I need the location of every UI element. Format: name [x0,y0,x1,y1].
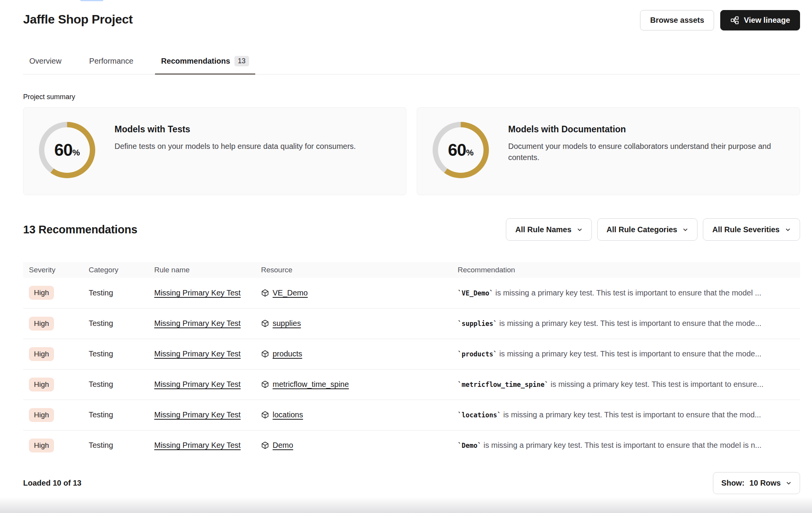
category-cell: Testing [89,410,113,419]
resource-link[interactable]: Demo [273,441,293,450]
rule-name-link[interactable]: Missing Primary Key Test [154,349,241,358]
recommendation-text: is missing a primary key test. This test… [501,410,761,419]
page-title: Jaffle Shop Project [23,12,133,27]
rule-name-link[interactable]: Missing Primary Key Test [154,289,241,297]
tests-card-title: Models with Tests [115,124,356,135]
rule-categories-filter-dropdown[interactable]: All Rule Categories [597,218,697,241]
header-actions: Browse assets View lineage [640,10,800,30]
category-cell: Testing [89,319,113,327]
severity-badge: High [29,439,54,452]
model-cube-icon [261,380,269,388]
docs-card-title: Models with Documentation [508,124,784,135]
recommendations-header: 13 Recommendations All Rule Names All Ru… [23,218,800,241]
model-cube-icon [261,350,269,358]
table-row: HighTestingMissing Primary Key Testmetri… [23,369,800,400]
lineage-icon [730,16,739,25]
models-with-documentation-card: 60% Models with Documentation Document y… [417,107,800,195]
tests-donut-chart: 60% [39,122,95,178]
severity-badge: High [29,408,54,422]
column-header-recommendation: Recommendation [452,262,800,278]
tab-performance-label: Performance [89,57,133,66]
severity-badge: High [29,347,54,361]
recommendation-text: is missing a primary key test. This test… [493,289,761,297]
recommendation-text: is missing a primary key test. This test… [548,380,763,388]
recommendation-code: `metricflow_time_spine` [458,381,548,388]
show-rows-label: Show: [721,479,745,488]
summary-cards: 60% Models with Tests Define tests on yo… [23,107,800,195]
tab-recommendations-label: Recommendations [161,57,230,66]
category-cell: Testing [89,441,113,449]
column-header-category: Category [83,262,148,278]
page-header: Jaffle Shop Project Browse assets View [23,0,800,30]
models-with-tests-card: 60% Models with Tests Define tests on yo… [23,107,406,195]
tab-overview-label: Overview [29,57,61,66]
rule-name-link[interactable]: Missing Primary Key Test [154,441,241,449]
rule-name-link[interactable]: Missing Primary Key Test [154,380,241,388]
tests-percent-value: 60 [54,140,72,160]
category-cell: Testing [89,289,113,297]
tests-percent-unit: % [72,148,80,158]
docs-card-description: Document your models to ensure collabora… [508,141,784,163]
recommendation-code: `Demo` [458,442,481,449]
rule-severities-filter-dropdown[interactable]: All Rule Severities [703,218,800,241]
rule-categories-filter-label: All Rule Categories [606,225,677,234]
recommendations-count-badge: 13 [234,56,249,66]
rule-names-filter-dropdown[interactable]: All Rule Names [506,218,592,241]
resource-link[interactable]: supplies [273,319,301,328]
rule-name-link[interactable]: Missing Primary Key Test [154,319,241,327]
table-footer: Loaded 10 of 13 Show: 10 Rows [23,472,800,494]
table-row: HighTestingMissing Primary Key Testprodu… [23,339,800,369]
recommendation-code: `VE_Demo` [458,289,493,297]
project-summary-label: Project summary [23,93,800,101]
model-cube-icon [261,441,269,449]
table-header-row: Severity Category Rule name Resource Rec… [23,262,800,278]
tests-card-description: Define tests on your models to help ensu… [115,141,356,152]
rule-names-filter-label: All Rule Names [515,225,571,234]
column-header-rule-name: Rule name [148,262,255,278]
rule-severities-filter-label: All Rule Severities [712,225,780,234]
recommendations-table: Severity Category Rule name Resource Rec… [23,262,800,461]
chevron-down-icon [785,227,791,233]
severity-badge: High [29,317,54,331]
bottom-scroll-fade [0,497,812,513]
resource-link[interactable]: locations [273,410,303,419]
loaded-count-text: Loaded 10 of 13 [23,479,81,488]
chevron-down-icon [577,227,583,233]
resource-link[interactable]: metricflow_time_spine [273,380,349,389]
model-cube-icon [261,411,269,419]
browse-assets-button[interactable]: Browse assets [640,10,714,30]
docs-percent-unit: % [466,148,474,158]
recommendation-filters: All Rule Names All Rule Categories All R… [506,218,800,241]
top-edge-artifact [80,0,103,1]
docs-donut-chart: 60% [433,122,489,178]
table-row: HighTestingMissing Primary Key TestDemo`… [23,430,800,461]
table-row: HighTestingMissing Primary Key Testlocat… [23,400,800,430]
column-header-resource: Resource [255,262,452,278]
recommendation-code: `supplies` [458,320,497,327]
resource-link[interactable]: products [273,349,302,358]
recommendation-text: is missing a primary key test. This test… [497,349,761,358]
model-cube-icon [261,289,269,297]
chevron-down-icon [786,480,792,486]
recommendation-text: is missing a primary key test. This test… [497,319,761,327]
severity-badge: High [29,378,54,392]
tab-bar: Overview Performance Recommendations 13 [23,56,800,74]
tab-overview[interactable]: Overview [23,56,67,74]
tab-performance[interactable]: Performance [83,56,140,74]
tab-recommendations[interactable]: Recommendations 13 [155,56,255,74]
view-lineage-label: View lineage [744,16,790,25]
table-row: HighTestingMissing Primary Key Testsuppl… [23,308,800,339]
category-cell: Testing [89,380,113,388]
docs-percent-value: 60 [448,140,466,160]
category-cell: Testing [89,349,113,358]
show-rows-dropdown[interactable]: Show: 10 Rows [713,472,800,494]
show-rows-value: 10 Rows [750,479,781,488]
recommendation-code: `locations` [458,411,501,419]
view-lineage-button[interactable]: View lineage [720,10,800,30]
table-row: HighTestingMissing Primary Key TestVE_De… [23,278,800,308]
rule-name-link[interactable]: Missing Primary Key Test [154,410,241,419]
browse-assets-label: Browse assets [650,16,704,25]
recommendation-code: `products` [458,350,497,358]
column-header-severity: Severity [23,262,83,278]
resource-link[interactable]: VE_Demo [273,289,308,297]
